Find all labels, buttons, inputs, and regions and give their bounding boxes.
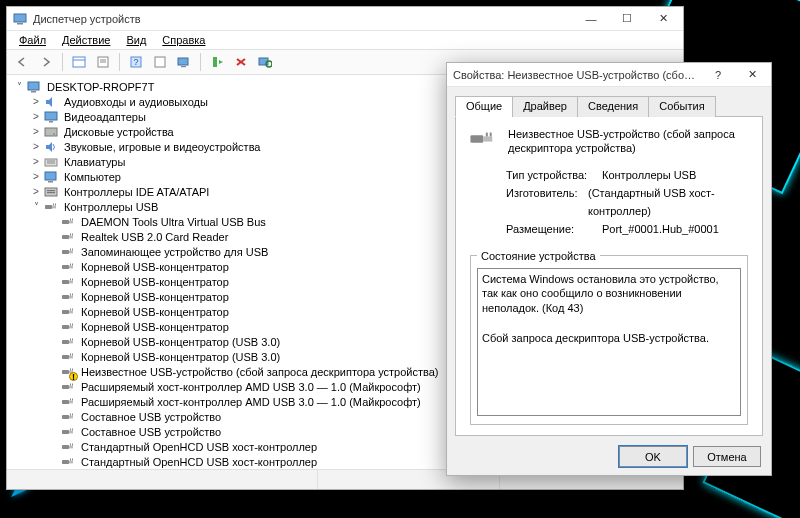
audio-icon	[43, 95, 59, 109]
usb-icon: !	[60, 365, 76, 379]
menu-action[interactable]: Действие	[56, 33, 116, 47]
keyboard-icon	[43, 155, 59, 169]
tree-item-label: Неизвестное USB-устройство (сбой запроса…	[79, 365, 441, 379]
svg-rect-54	[72, 278, 73, 280]
prop-close-button[interactable]: ✕	[735, 64, 769, 86]
titlebar[interactable]: Диспетчер устройств — ☐ ✕	[7, 7, 683, 31]
svg-rect-38	[72, 218, 73, 220]
svg-rect-40	[69, 235, 73, 238]
svg-rect-59	[62, 310, 69, 314]
toggle-icon[interactable]: >	[30, 140, 42, 154]
cancel-button[interactable]: Отмена	[693, 446, 761, 467]
usb-icon	[60, 245, 76, 259]
svg-rect-80	[69, 385, 73, 388]
svg-rect-68	[69, 340, 73, 343]
toggle-icon[interactable]: >	[30, 95, 42, 109]
svg-rect-83	[62, 400, 69, 404]
svg-rect-53	[70, 278, 71, 280]
close-button[interactable]: ✕	[645, 8, 681, 30]
tb-showall-button[interactable]	[68, 52, 90, 72]
prop-help-button[interactable]: ?	[701, 64, 735, 86]
pc-icon	[26, 80, 42, 94]
svg-rect-57	[70, 293, 71, 295]
menu-view[interactable]: Вид	[120, 33, 152, 47]
tb-help-button[interactable]: ?	[125, 52, 147, 72]
svg-rect-89	[70, 413, 71, 415]
device-info: Тип устройства:Контроллеры USB Изготовит…	[506, 166, 750, 238]
svg-rect-37	[70, 218, 71, 220]
svg-rect-71	[62, 355, 69, 359]
ide-icon	[43, 185, 59, 199]
svg-rect-92	[69, 430, 73, 433]
menu-help[interactable]: Справка	[156, 33, 211, 47]
tab-driver[interactable]: Драйвер	[512, 96, 578, 117]
tree-item-label: Видеоадаптеры	[62, 110, 148, 124]
svg-rect-29	[47, 190, 55, 191]
svg-rect-42	[72, 233, 73, 235]
toggle-icon[interactable]: >	[30, 125, 42, 139]
usb-icon	[60, 350, 76, 364]
toggle-icon[interactable]: ˅	[30, 200, 42, 214]
tree-item-label: DESKTOP-RROPF7T	[45, 80, 156, 94]
tb-scan-button[interactable]	[173, 52, 195, 72]
nav-back-button[interactable]	[11, 52, 33, 72]
tree-item-label: Корневой USB-концентратор (USB 3.0)	[79, 335, 282, 349]
ok-button[interactable]: OK	[619, 446, 687, 467]
toggle-icon[interactable]: ˅	[13, 80, 25, 94]
toggle-icon[interactable]: >	[30, 155, 42, 169]
svg-rect-66	[72, 323, 73, 325]
toggle-icon[interactable]: >	[30, 170, 42, 184]
svg-rect-72	[69, 355, 73, 358]
tb-properties-button[interactable]	[92, 52, 114, 72]
tab-details[interactable]: Сведения	[577, 96, 649, 117]
usb-icon	[60, 335, 76, 349]
svg-rect-0	[14, 14, 26, 22]
minimize-button[interactable]: —	[573, 8, 609, 30]
tb-refresh-button[interactable]	[254, 52, 276, 72]
tree-item-label: Расширяемый хост-контроллер AMD USB 3.0 …	[79, 395, 423, 409]
mfg-label: Изготовитель:	[506, 184, 588, 220]
sound-icon	[43, 140, 59, 154]
svg-rect-90	[72, 413, 73, 415]
tree-item-label: Составное USB устройство	[79, 425, 223, 439]
computer-icon	[43, 170, 59, 184]
toggle-icon[interactable]: >	[30, 110, 42, 124]
svg-rect-88	[69, 415, 73, 418]
svg-rect-75	[62, 370, 69, 374]
svg-rect-84	[69, 400, 73, 403]
svg-rect-45	[70, 248, 71, 250]
tb-enable-button[interactable]	[206, 52, 228, 72]
tab-general[interactable]: Общие	[455, 96, 513, 117]
svg-rect-62	[72, 308, 73, 310]
svg-rect-104	[483, 136, 492, 141]
prop-titlebar[interactable]: Свойства: Неизвестное USB-устройство (сб…	[447, 63, 771, 87]
svg-rect-91	[62, 430, 69, 434]
tree-item-label: DAEMON Tools Ultra Virtual USB Bus	[79, 215, 268, 229]
menu-file[interactable]: Файл	[13, 33, 52, 47]
svg-rect-12	[213, 57, 217, 67]
tb-uninstall-button[interactable]	[230, 52, 252, 72]
tree-item-label: Realtek USB 2.0 Card Reader	[79, 230, 230, 244]
tab-events[interactable]: События	[648, 96, 715, 117]
nav-fwd-button[interactable]	[35, 52, 57, 72]
device-status-text[interactable]	[477, 268, 741, 416]
maximize-button[interactable]: ☐	[609, 8, 645, 30]
toggle-icon[interactable]: >	[30, 185, 42, 199]
tree-item-label: Корневой USB-концентратор	[79, 260, 231, 274]
device-status-group: Состояние устройства	[470, 250, 748, 425]
svg-rect-98	[72, 443, 73, 445]
app-icon	[13, 12, 27, 26]
properties-dialog: Свойства: Неизвестное USB-устройство (сб…	[446, 62, 772, 476]
svg-rect-20	[49, 121, 53, 123]
svg-rect-100	[69, 460, 73, 463]
window-title: Диспетчер устройств	[33, 13, 573, 25]
svg-rect-97	[70, 443, 71, 445]
disk-icon	[43, 125, 59, 139]
tb-update-button[interactable]	[149, 52, 171, 72]
tree-item-label: Контроллеры USB	[62, 200, 160, 214]
svg-rect-11	[181, 66, 186, 67]
svg-rect-101	[70, 458, 71, 460]
tree-item-label: Компьютер	[62, 170, 123, 184]
display-icon	[43, 110, 59, 124]
svg-rect-17	[28, 82, 39, 90]
